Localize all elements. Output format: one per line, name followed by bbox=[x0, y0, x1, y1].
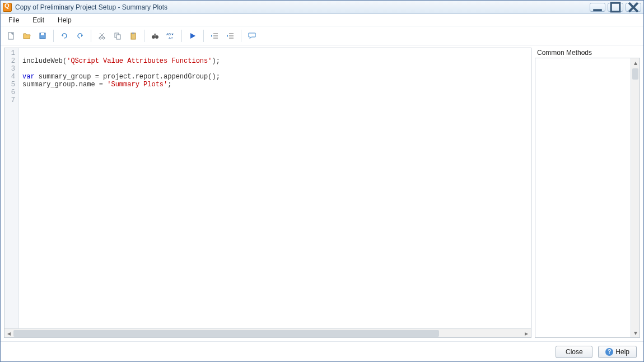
scissors-icon bbox=[97, 31, 106, 40]
paste-icon bbox=[129, 31, 138, 40]
toolbar-separator bbox=[203, 30, 204, 42]
menu-help[interactable]: Help bbox=[54, 15, 75, 25]
app-icon bbox=[3, 3, 12, 12]
scroll-down-arrow-icon[interactable]: ▾ bbox=[631, 328, 640, 337]
save-icon bbox=[38, 31, 47, 40]
common-methods-panel: Common Methods ▴ ▾ bbox=[535, 48, 640, 338]
scrollbar-thumb[interactable] bbox=[13, 330, 439, 337]
replace-button[interactable]: ABAC bbox=[164, 29, 178, 43]
title-bar: Copy of Preliminary Project Setup - Summ… bbox=[1, 1, 643, 14]
svg-rect-12 bbox=[116, 35, 120, 39]
methods-list-box: ▴ ▾ bbox=[535, 58, 640, 338]
close-icon bbox=[626, 0, 641, 15]
toolbar-separator bbox=[53, 30, 54, 42]
svg-rect-6 bbox=[41, 33, 44, 35]
close-window-button[interactable] bbox=[626, 3, 641, 12]
window-title: Copy of Preliminary Project Setup - Summ… bbox=[15, 3, 590, 11]
help-button-label: Help bbox=[615, 348, 629, 356]
redo-button[interactable] bbox=[73, 29, 87, 43]
copy-button[interactable] bbox=[110, 29, 125, 43]
menu-bar: File Edit Help bbox=[1, 14, 643, 26]
body-area: 1234567 includeWeb('QScript Value Attrib… bbox=[1, 45, 643, 341]
copy-icon bbox=[113, 31, 122, 40]
binoculars-icon bbox=[151, 31, 160, 40]
cut-button[interactable] bbox=[95, 29, 109, 43]
outdent-button[interactable] bbox=[207, 29, 222, 43]
help-icon: ? bbox=[605, 348, 613, 356]
minimize-button[interactable] bbox=[590, 3, 605, 12]
menu-file[interactable]: File bbox=[5, 15, 22, 25]
scroll-up-arrow-icon[interactable]: ▴ bbox=[631, 58, 640, 67]
svg-rect-17 bbox=[154, 34, 156, 36]
svg-line-9 bbox=[100, 33, 104, 37]
svg-text:AB: AB bbox=[166, 33, 171, 36]
redo-icon bbox=[76, 31, 85, 40]
window-controls bbox=[590, 3, 641, 12]
line-number-gutter: 1234567 bbox=[4, 48, 19, 337]
comment-button[interactable] bbox=[245, 29, 259, 43]
horizontal-scrollbar[interactable]: ◂ ▸ bbox=[4, 328, 531, 337]
scrollbar-thumb[interactable] bbox=[632, 68, 638, 80]
open-button[interactable] bbox=[20, 29, 34, 43]
undo-icon bbox=[60, 31, 69, 40]
app-window: Copy of Preliminary Project Setup - Summ… bbox=[0, 0, 644, 362]
toolbar-separator bbox=[181, 30, 182, 42]
menu-edit[interactable]: Edit bbox=[29, 15, 48, 25]
undo-button[interactable] bbox=[57, 29, 72, 43]
toolbar-separator bbox=[91, 30, 91, 42]
toolbar-separator bbox=[144, 30, 144, 42]
save-button[interactable] bbox=[35, 29, 50, 43]
play-icon bbox=[188, 31, 197, 40]
close-button-label: Close bbox=[566, 348, 583, 356]
new-file-icon bbox=[7, 31, 16, 40]
replace-icon: ABAC bbox=[166, 31, 175, 40]
svg-line-10 bbox=[100, 33, 104, 37]
code-editor[interactable]: 1234567 includeWeb('QScript Value Attrib… bbox=[4, 48, 531, 338]
new-button[interactable] bbox=[4, 29, 18, 43]
speech-bubble-icon bbox=[248, 31, 256, 40]
vertical-scrollbar[interactable]: ▴ ▾ bbox=[631, 58, 640, 337]
maximize-icon bbox=[608, 0, 623, 15]
indent-icon bbox=[226, 31, 235, 40]
find-button[interactable] bbox=[148, 29, 162, 43]
methods-list[interactable] bbox=[535, 58, 631, 337]
outdent-icon bbox=[210, 31, 219, 40]
close-button[interactable]: Close bbox=[556, 346, 592, 358]
help-button[interactable]: ? Help bbox=[598, 346, 637, 358]
svg-rect-1 bbox=[611, 3, 620, 12]
svg-point-8 bbox=[102, 37, 105, 39]
open-folder-icon bbox=[22, 31, 31, 40]
svg-point-7 bbox=[99, 37, 101, 39]
toolbar: ABAC bbox=[1, 26, 643, 45]
run-button[interactable] bbox=[185, 29, 200, 43]
paste-button[interactable] bbox=[126, 29, 141, 43]
indent-button[interactable] bbox=[223, 29, 237, 43]
toolbar-separator bbox=[241, 30, 241, 42]
minimize-icon bbox=[590, 0, 605, 15]
side-panel-header: Common Methods bbox=[535, 48, 640, 58]
svg-rect-14 bbox=[132, 33, 134, 34]
scroll-right-arrow-icon[interactable]: ▸ bbox=[522, 329, 531, 338]
maximize-button[interactable] bbox=[608, 3, 623, 12]
scroll-left-arrow-icon[interactable]: ◂ bbox=[4, 329, 13, 338]
svg-text:AC: AC bbox=[169, 36, 174, 40]
dialog-footer: Close ? Help bbox=[1, 341, 643, 361]
code-content[interactable]: includeWeb('QScript Value Attributes Fun… bbox=[19, 48, 531, 337]
